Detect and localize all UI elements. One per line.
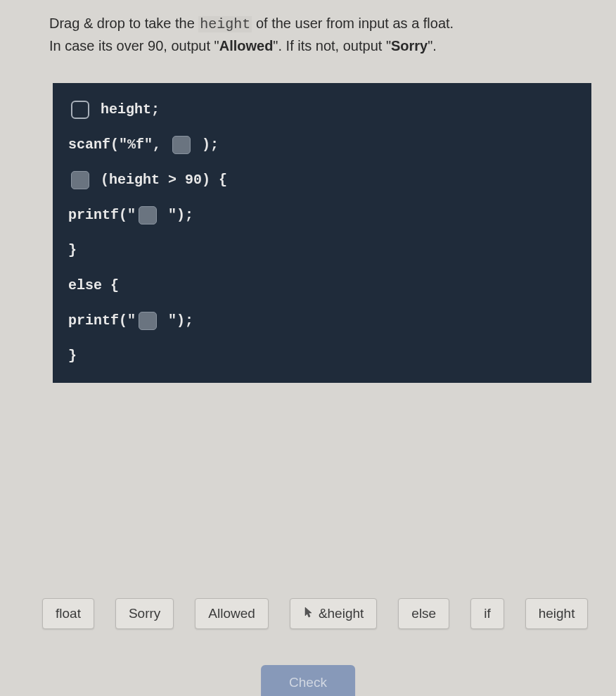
- instruction-bold: Allowed: [219, 38, 274, 53]
- code-text: ");: [160, 311, 193, 331]
- code-text: ");: [160, 205, 193, 225]
- option-float[interactable]: float: [42, 598, 94, 629]
- code-text: }: [68, 346, 77, 366]
- instruction-text-part: ". If its not, output ": [273, 38, 391, 53]
- option-allowed[interactable]: Allowed: [195, 598, 269, 629]
- code-line-5: }: [68, 241, 576, 260]
- option-label: float: [56, 606, 81, 621]
- drop-slot-5[interactable]: [139, 312, 157, 330]
- code-line-8: }: [68, 346, 576, 366]
- code-text: printf(": [68, 311, 136, 331]
- drop-slot-1[interactable]: [71, 101, 89, 119]
- cursor-icon: [303, 606, 314, 621]
- instruction-text-part: ".: [428, 38, 437, 53]
- code-text: }: [68, 241, 77, 260]
- option-label: if: [484, 606, 491, 621]
- option-amp-height[interactable]: &height: [290, 598, 377, 629]
- option-label: Sorry: [129, 606, 160, 621]
- code-line-3: (height > 90) {: [68, 170, 576, 190]
- option-label: height: [539, 606, 575, 621]
- code-editor: height; scanf("%f", ); (height > 90) { p…: [53, 83, 591, 383]
- code-text: height;: [92, 100, 160, 120]
- code-text: else {: [68, 276, 119, 296]
- check-button[interactable]: Check: [261, 665, 355, 696]
- code-text: (height > 90) {: [92, 170, 227, 190]
- drag-options-bar: float Sorry Allowed &height else if heig…: [0, 598, 616, 629]
- option-height[interactable]: height: [525, 598, 589, 629]
- instruction-bold: Sorry: [391, 38, 428, 53]
- drop-slot-3[interactable]: [71, 171, 89, 189]
- code-line-7: printf(" ");: [68, 311, 576, 331]
- instruction-text: Drag & drop to take the height of the us…: [0, 0, 616, 63]
- code-line-4: printf(" ");: [68, 205, 576, 225]
- option-sorry[interactable]: Sorry: [115, 598, 174, 629]
- code-line-2: scanf("%f", );: [68, 135, 576, 155]
- option-label: &height: [319, 606, 364, 621]
- code-line-6: else {: [68, 276, 576, 296]
- instruction-text-part: Drag & drop to take the: [49, 15, 198, 31]
- code-text: printf(": [68, 205, 136, 225]
- instruction-text-part: of the user from input as a float.: [252, 15, 454, 31]
- code-text: scanf("%f",: [68, 135, 169, 155]
- drop-slot-4[interactable]: [139, 206, 157, 224]
- option-label: Allowed: [208, 606, 255, 621]
- option-else[interactable]: else: [398, 598, 449, 629]
- instruction-text-part: In case its over 90, output ": [49, 38, 219, 53]
- drop-slot-2[interactable]: [172, 136, 191, 154]
- code-text: );: [193, 135, 219, 155]
- option-if[interactable]: if: [470, 598, 504, 629]
- inline-code: height: [198, 16, 252, 32]
- option-label: else: [411, 606, 436, 621]
- code-line-1: height;: [68, 100, 576, 120]
